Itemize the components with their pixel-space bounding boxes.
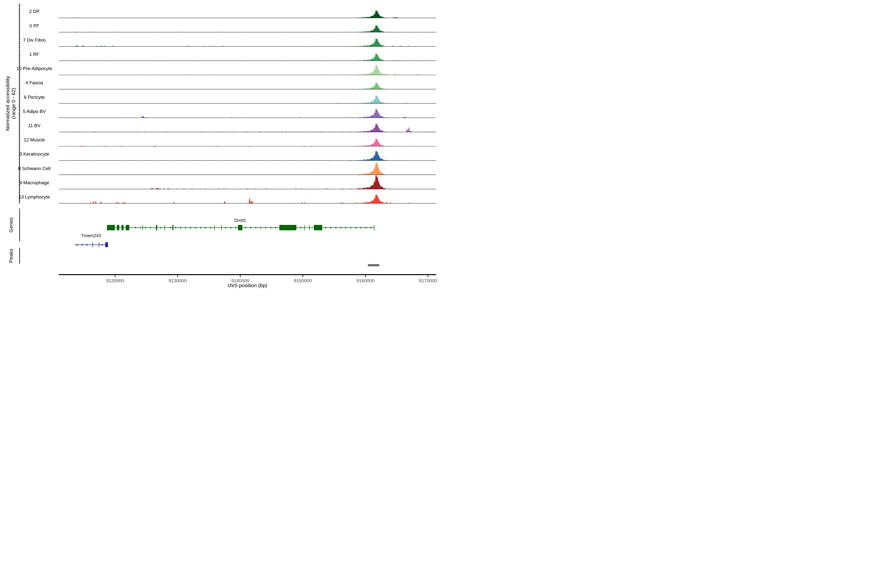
gene-exon xyxy=(374,225,374,230)
coverage-bump xyxy=(90,202,92,203)
gene-exon xyxy=(304,225,305,230)
coverage-figure: 2 DP0 PF7 Div Fibro1 RF10 Pre-Adipocyte4… xyxy=(0,0,441,294)
coverage-area xyxy=(356,82,388,89)
coverage-bump xyxy=(340,202,342,203)
track-label: 12 Muscle xyxy=(24,137,45,142)
coverage-area xyxy=(356,175,388,189)
coverage-bump xyxy=(406,128,408,132)
gene-exon xyxy=(221,225,222,230)
x-axis-tick-label: 9120000 xyxy=(106,278,124,283)
gene-exon xyxy=(126,225,129,230)
coverage-area xyxy=(356,194,388,203)
coverage-area xyxy=(356,25,388,32)
coverage-bump xyxy=(302,202,303,203)
coverage-bump xyxy=(403,117,407,118)
x-axis-tick-label: 9170000 xyxy=(419,278,437,283)
y-axis-label-line2: (range 0 - 62) xyxy=(10,88,16,119)
track-row-3-keratinocyte: 3 Keratinocyte xyxy=(20,150,436,160)
track-label: 8 Schwann Cell xyxy=(18,166,51,171)
track-row-5-adipo-bv: 5 Adipo BV xyxy=(23,108,436,118)
gene-exon xyxy=(105,242,108,247)
x-axis-title: chr5 position (bp) xyxy=(228,282,267,288)
track-row-13-lymphocyte: 13 Lymphocyte xyxy=(19,194,436,203)
track-row-6-pericyte: 6 Pericyte xyxy=(24,94,436,104)
track-label: 5 Adipo BV xyxy=(23,109,46,114)
coverage-bump xyxy=(141,116,144,118)
coverage-bump xyxy=(304,202,306,203)
track-label: 9 Macrophage xyxy=(20,180,49,185)
track-label: 7 Div Fibro xyxy=(23,38,46,43)
coverage-bump xyxy=(116,202,118,203)
x-axis-tick-label: 9130000 xyxy=(168,278,187,283)
track-label: 3 Keratinocyte xyxy=(20,152,49,156)
accessibility-axis-bracket xyxy=(18,4,20,203)
track-label: 4 Fascia xyxy=(26,80,43,85)
gene-exon xyxy=(172,225,174,230)
gene-exon xyxy=(314,225,322,230)
peaks-panel xyxy=(20,248,379,266)
track-row-10-pre-adipocyte: 10 Pre-Adipocyte xyxy=(16,64,436,75)
coverage-area xyxy=(356,162,388,175)
track-row-7-div-fibro: 7 Div Fibro xyxy=(23,38,436,46)
x-axis-tick-label: 9160000 xyxy=(356,278,374,283)
gene-exon xyxy=(107,225,115,230)
coverage-bump xyxy=(390,202,392,203)
coverage-bump xyxy=(408,127,410,132)
coverage-bump xyxy=(224,201,226,203)
gene-exon xyxy=(142,225,143,230)
coverage-bump xyxy=(95,201,96,203)
coverage-area xyxy=(356,123,388,132)
coverage-bump xyxy=(122,202,124,203)
gene-name-label: Tmem243 xyxy=(81,233,101,238)
coverage-bump xyxy=(410,130,412,132)
coverage-area xyxy=(356,95,388,104)
coverage-bump xyxy=(249,197,250,203)
gene-exon xyxy=(214,225,214,230)
coverage-bump xyxy=(250,201,253,203)
y-axis-label-line1: Normalized accessibility xyxy=(4,76,10,131)
track-row-9-macrophage: 9 Macrophage xyxy=(20,175,436,189)
gene-exon xyxy=(117,225,119,230)
track-row-0-pf: 0 PF xyxy=(29,23,436,32)
gene-exon xyxy=(238,225,242,230)
track-row-12-muscle: 12 Muscle xyxy=(24,137,436,146)
peaks-section-label: Peaks xyxy=(8,249,14,263)
track-label: 2 DP xyxy=(29,9,39,14)
x-axis: 9120000913000091400009150000916000091700… xyxy=(59,274,437,283)
coverage-area xyxy=(356,150,388,160)
gene-exon xyxy=(92,242,93,247)
track-row-11-bv: 11 BV xyxy=(28,123,436,132)
track-row-4-fascia: 4 Fascia xyxy=(26,80,436,89)
coverage-area xyxy=(356,64,388,75)
peak-call-box xyxy=(368,264,379,266)
gene-model-dmtf1: Dmtf1 xyxy=(107,218,374,230)
coverage-area xyxy=(356,108,388,118)
gene-exon xyxy=(99,242,99,247)
tracks-panel: 2 DP0 PF7 Div Fibro1 RF10 Pre-Adipocyte4… xyxy=(16,9,436,203)
track-label: 10 Pre-Adipocyte xyxy=(16,66,52,71)
coverage-bump xyxy=(384,74,387,75)
coverage-area xyxy=(356,10,388,18)
gene-name-label: Dmtf1 xyxy=(234,218,246,223)
gene-exon xyxy=(279,225,296,230)
track-label: 0 PF xyxy=(29,23,39,28)
genes-panel: Dmtf1Tmem243 xyxy=(20,208,374,247)
gene-model-tmem243: Tmem243 xyxy=(75,233,108,247)
track-label: 11 BV xyxy=(28,123,40,128)
x-axis-tick-label: 9150000 xyxy=(294,278,312,283)
track-label: 13 Lymphocyte xyxy=(19,194,50,200)
coverage-area xyxy=(356,138,388,146)
gene-exon xyxy=(156,225,157,230)
track-label: 1 RF xyxy=(29,52,39,57)
genes-section-label: Genes xyxy=(8,218,14,232)
coverage-bump xyxy=(81,45,84,46)
coverage-bump xyxy=(386,202,388,203)
gene-exon xyxy=(309,225,310,230)
track-row-8-schwann-cell: 8 Schwann Cell xyxy=(18,162,436,175)
coverage-bump xyxy=(124,202,126,203)
coverage-bump xyxy=(155,188,159,189)
coverage-area xyxy=(356,53,388,61)
coverage-plot-svg: 2 DP0 PF7 Div Fibro1 RF10 Pre-Adipocyte4… xyxy=(0,0,441,294)
track-row-1-rf: 1 RF xyxy=(29,52,436,61)
gene-exon xyxy=(165,225,165,230)
